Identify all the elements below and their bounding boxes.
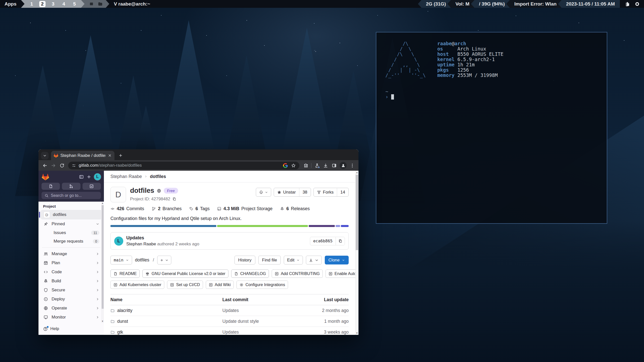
last-commit-link[interactable]: Update dunst style [222,319,303,324]
edit-button[interactable]: Edit [284,256,303,264]
site-info-icon[interactable] [72,163,76,168]
sidebar-menu-item[interactable]: Build [41,277,102,286]
sidebar-menu-item[interactable]: Manage [41,249,102,258]
tab-close-button[interactable] [108,153,112,158]
download-source-button[interactable] [306,256,322,264]
merge-requests-shortcut-button[interactable] [62,183,80,190]
reload-button[interactable] [58,161,66,170]
breadcrum-parent-link[interactable]: Stephan Raabe [110,174,142,179]
repo-badge[interactable]: Add Kubernetes cluster [110,281,164,289]
back-button[interactable] [41,161,49,170]
repo-badge[interactable]: Configure Integrations [236,281,288,289]
user-avatar[interactable]: L [94,173,101,180]
scroll-down-arrow[interactable]: ▼ [355,331,358,335]
forward-button[interactable] [49,161,58,170]
table-row[interactable]: alacritty Updates 2 months ago [110,305,349,316]
language-segment[interactable] [217,225,308,227]
tab-search-button[interactable] [41,152,49,159]
scroll-down-arrow[interactable]: ▼ [101,320,104,323]
history-button[interactable]: History [234,256,255,264]
scrollbar-thumb[interactable] [102,205,104,309]
sidebar-menu-item[interactable]: Operate [41,304,102,313]
repo-badge[interactable]: GNU General Public License v2.0 or later [142,269,228,278]
experiments-button[interactable] [313,161,321,170]
google-icon[interactable] [283,163,288,168]
repo-stat-link[interactable]: 6 Tags [189,206,210,211]
todos-shortcut-button[interactable] [83,183,101,190]
repo-badge[interactable]: Set up CI/CD [167,281,203,289]
file-name-link[interactable]: gtk [117,330,123,335]
repo-badge[interactable]: README [110,269,140,278]
sidebar-scrollbar[interactable]: ▲ ▼ [101,202,104,323]
table-row[interactable]: dunst Update dunst style 1 month ago [110,316,349,327]
language-segment[interactable] [336,225,340,227]
gitlab-logo[interactable] [42,173,49,181]
page-scrollbar[interactable]: ▲ ▼ [355,171,358,335]
record-tray-button[interactable] [634,1,640,7]
issues-shortcut-button[interactable] [42,183,60,190]
notifications-button[interactable] [256,188,271,197]
browser-tab[interactable]: Stephan Raabe / dotfiles [51,151,114,160]
sidebar-menu-item[interactable]: Code [41,267,102,277]
star-count[interactable]: 38 [299,188,311,196]
layout-icon[interactable] [89,2,94,6]
scroll-up-arrow[interactable]: ▲ [355,171,358,174]
last-commit-link[interactable]: Updates [222,308,303,313]
search-input[interactable]: Search or go to... [42,192,101,199]
browser-menu-button[interactable] [348,161,356,170]
last-commit-link[interactable]: Updates [222,330,303,335]
workspace-button[interactable]: 4 [61,1,67,7]
clone-button[interactable]: Clone [325,256,349,264]
sidebar-menu-item[interactable]: Plan [41,258,102,267]
workspace-button[interactable]: 2 [39,1,46,7]
repo-badge[interactable]: CHANGELOG [231,269,269,278]
apps-button[interactable]: Apps [0,0,21,8]
notes-tray-button[interactable] [625,1,630,7]
sidebar-menu-item[interactable]: Monitor [41,313,102,322]
url-bar[interactable]: gitlab.com/stephan-raabe/dotfiles [68,162,299,169]
forks-button[interactable]: Forks [314,188,337,196]
sidebar-pinned-item[interactable]: Issues 11 [41,229,102,237]
table-row[interactable]: gtk Updates 3 weeks ago [110,327,349,335]
language-segment[interactable] [110,225,216,227]
unstar-button[interactable]: Unstar [274,188,299,196]
bookmark-star-icon[interactable] [291,163,296,168]
file-name-link[interactable]: dunst [117,319,128,324]
repo-stat-link[interactable]: 2 Branches [152,206,182,211]
fork-count[interactable]: 14 [337,188,348,196]
downloads-button[interactable] [321,161,330,170]
language-segment[interactable] [341,225,349,227]
collapse-sidebar-button[interactable] [77,173,85,180]
scrollbar-thumb[interactable] [356,175,358,250]
commit-title-link[interactable]: Updates [126,235,199,241]
sidebar-menu-item[interactable]: Secure [41,286,102,295]
sidebar-menu-item[interactable]: Deploy [41,295,102,304]
branch-selector[interactable]: main [110,256,132,264]
language-segment[interactable] [309,225,335,227]
commit-author-avatar[interactable]: L [114,237,123,246]
side-panel-button[interactable] [330,161,338,170]
copy-sha-button[interactable] [336,237,345,245]
sidebar-help[interactable]: Help [38,323,104,335]
header-name[interactable]: Name [110,297,222,302]
header-last-update[interactable]: Last update [303,297,349,302]
copy-project-id-button[interactable] [172,197,176,201]
new-tab-button[interactable] [116,152,125,160]
file-name-link[interactable]: alacritty [117,308,132,313]
repo-badge[interactable]: Add CONTRIBUTING [272,269,323,278]
sidebar-item-pinned[interactable]: Pinned [41,219,102,229]
create-new-button[interactable] [85,173,93,180]
add-file-button[interactable] [157,256,171,264]
repo-badge[interactable]: Enable Auto DevOps [326,269,355,278]
terminal-window[interactable]: /\ / \ /\ \ / \ / ,, \ / | | -\ /_-'' ''… [376,32,607,224]
repo-stat-link[interactable]: 6 Releases [280,206,310,211]
repo-stat-link[interactable]: 4.3 MiB Project Storage [217,206,272,211]
sidebar-item-dotfiles[interactable]: D dotfiles [41,210,102,219]
workspace-button[interactable]: 3 [50,1,56,7]
folder-widget-icon[interactable] [98,2,103,6]
commit-author-link[interactable]: Stephan Raabe [126,242,156,246]
repo-stat-link[interactable]: 426 Commits [110,206,144,211]
profile-avatar[interactable] [340,162,347,169]
scroll-up-arrow[interactable]: ▲ [101,202,104,205]
repo-root-link[interactable]: dotfiles [135,257,149,262]
